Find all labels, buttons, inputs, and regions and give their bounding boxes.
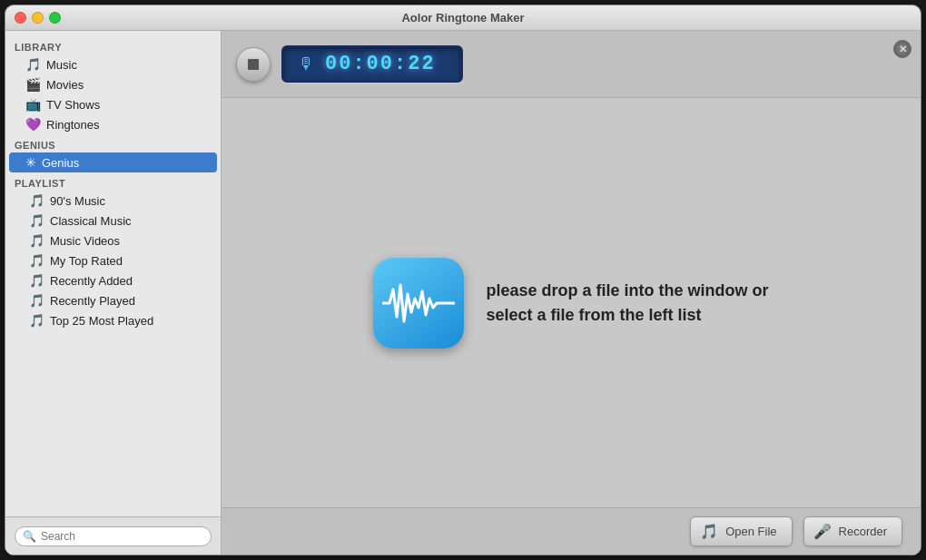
sidebar-item-recentlyplayed[interactable]: 🎵 Recently Played (5, 290, 221, 310)
lcd-display: 🎙 00:00:22 (281, 45, 463, 83)
recorder-button[interactable]: 🎤 Recorder (803, 516, 902, 546)
window-controls (15, 12, 61, 24)
open-file-button[interactable]: 🎵 Open File (690, 516, 792, 546)
minimize-button[interactable] (32, 12, 44, 24)
sidebar-item-musicvideos[interactable]: 🎵 Music Videos (5, 231, 221, 251)
stop-icon (248, 59, 259, 70)
sidebar-item-movies-label: Movies (46, 78, 84, 92)
genius-header: genius (5, 134, 221, 152)
drop-zone: please drop a file into the window orsel… (222, 98, 921, 507)
sidebar-footer: 🔍 (5, 516, 221, 555)
sidebar-item-top25mostplayed-label: Top 25 Most Played (50, 314, 153, 328)
close-button[interactable] (15, 12, 26, 24)
playlist-music-icon-6: 🎵 (29, 313, 44, 328)
sidebar-item-mytoprated-label: My Top Rated (50, 254, 123, 268)
playlist-header: PlayList (5, 172, 221, 191)
sidebar-item-movies[interactable]: 🎬 Movies (5, 74, 221, 94)
sidebar-item-genius-label: Genius (42, 156, 79, 170)
playlist-music-icon-3: 🎵 (29, 253, 44, 268)
open-file-label: Open File (725, 525, 776, 538)
main-content: Library 🎵 Music 🎬 Movies 📺 TV Shows 💜 Ri… (5, 31, 921, 555)
playlist-music-icon-0: 🎵 (29, 193, 44, 208)
sidebar-item-genius[interactable]: ✳ Genius (9, 152, 217, 172)
maximize-button[interactable] (49, 12, 61, 24)
bottom-bar: 🎵 Open File 🎤 Recorder (222, 507, 921, 555)
sidebar-item-music[interactable]: 🎵 Music (5, 54, 221, 74)
sidebar-item-tvshows-label: TV Shows (46, 98, 100, 112)
player-time: 00:00:22 (325, 53, 436, 75)
sidebar-item-musicvideos-label: Music Videos (50, 234, 120, 248)
playlist-music-icon-4: 🎵 (29, 273, 44, 288)
search-icon: 🔍 (23, 530, 36, 543)
sidebar-item-music-label: Music (46, 58, 77, 72)
tvshows-icon: 📺 (25, 97, 41, 112)
player-close-button[interactable]: ✕ (893, 40, 911, 58)
waveform-icon (382, 280, 455, 326)
movies-icon: 🎬 (25, 77, 41, 92)
playlist-music-icon-1: 🎵 (29, 213, 44, 228)
playlist-music-icon-2: 🎵 (29, 233, 44, 248)
sidebar-item-recentlyadded[interactable]: 🎵 Recently Added (5, 270, 221, 290)
sidebar-item-classicalmusic[interactable]: 🎵 Classical Music (5, 211, 221, 231)
microphone-icon: 🎙 (298, 54, 314, 74)
search-bar[interactable]: 🔍 (15, 526, 212, 546)
app-icon (373, 258, 464, 349)
sidebar-item-ringtones[interactable]: 💜 Ringtones (5, 114, 221, 134)
library-header: Library (5, 36, 221, 54)
music-icon: 🎵 (25, 57, 41, 72)
file-icon: 🎵 (700, 523, 718, 540)
playlist-music-icon-5: 🎵 (29, 293, 44, 308)
sidebar-list: Library 🎵 Music 🎬 Movies 📺 TV Shows 💜 Ri… (5, 31, 221, 516)
sidebar-item-ringtones-label: Ringtones (46, 118, 100, 132)
player-area: ✕ 🎙 00:00:22 (222, 31, 921, 98)
search-input[interactable] (41, 530, 203, 543)
sidebar-item-recentlyadded-label: Recently Added (50, 274, 133, 288)
sidebar-item-90smusic-label: 90's Music (50, 194, 105, 208)
title-bar: Aolor Ringtone Maker (5, 5, 921, 31)
recorder-label: Recorder (839, 525, 887, 538)
recorder-icon: 🎤 (813, 523, 832, 540)
right-panel: ✕ 🎙 00:00:22 please drop a file i (222, 31, 921, 555)
app-window: Aolor Ringtone Maker Library 🎵 Music 🎬 M… (5, 5, 921, 555)
window-title: Aolor Ringtone Maker (401, 11, 524, 25)
sidebar-item-recentlyplayed-label: Recently Played (50, 294, 135, 308)
stop-button[interactable] (236, 47, 271, 82)
sidebar-item-classicalmusic-label: Classical Music (50, 214, 132, 228)
sidebar-item-top25mostplayed[interactable]: 🎵 Top 25 Most Played (5, 310, 221, 330)
sidebar-item-90smusic[interactable]: 🎵 90's Music (5, 191, 221, 211)
sidebar: Library 🎵 Music 🎬 Movies 📺 TV Shows 💜 Ri… (5, 31, 222, 555)
sidebar-item-tvshows[interactable]: 📺 TV Shows (5, 94, 221, 114)
sidebar-item-mytoprated[interactable]: 🎵 My Top Rated (5, 251, 221, 270)
ringtones-icon: 💜 (25, 117, 41, 132)
drop-message: please drop a file into the window orsel… (486, 279, 768, 328)
genius-icon: ✳ (25, 155, 36, 170)
